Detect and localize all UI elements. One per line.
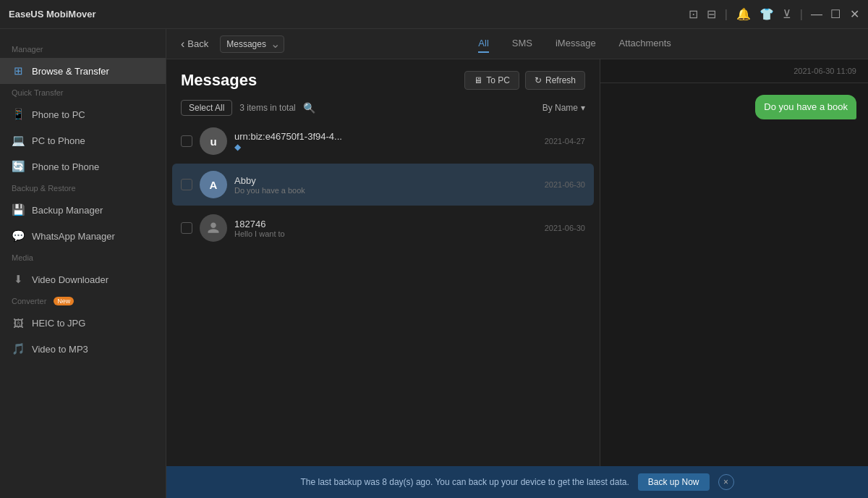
chat-detail-panel: 2021-06-30 11:09 Do you have a book [600,59,868,466]
sidebar-item-backup-manager-label: Backup Manager [32,205,103,216]
messages-area: Messages 🖥 To PC ↻ Refresh Select All [166,59,868,466]
media-section-label: Media [0,249,166,266]
shirt-icon[interactable]: 👕 [760,7,774,21]
notification-icon[interactable]: 🔔 [736,7,751,21]
message-preview: Hello I want to [234,229,537,238]
tab-imessage[interactable]: iMessage [556,35,596,53]
transfer-icon[interactable]: ⊟ [707,7,716,21]
message-content: 182746 Hello I want to [234,219,537,238]
chat-timestamp: 2021-06-30 11:09 [793,67,856,75]
converter-section-label: Converter New [0,292,166,310]
message-date: 2021-04-27 [545,137,585,145]
sidebar-item-video-downloader-label: Video Downloader [32,274,109,285]
message-content: Abby Do you have a book [234,175,537,195]
messages-list-panel: Messages 🖥 To PC ↻ Refresh Select All [166,59,600,466]
pc-to-phone-icon: 💻 [12,134,25,147]
bottom-bar: The last backup was 8 day(s) ago. You ca… [166,466,868,498]
close-button[interactable]: ✕ [849,9,859,20]
toolbar: Select All 3 items in total 🔍 By Name ▾ [166,96,600,120]
list-item[interactable]: u urn:biz:e46750f1-3f94-4... ◆ 2021-04-2… [172,120,594,162]
message-checkbox[interactable] [181,179,192,190]
sidebar-item-phone-to-pc[interactable]: 📱 Phone to PC [0,101,166,127]
chat-bubble-sent: Do you have a book [755,95,856,119]
message-checkbox[interactable] [181,222,192,234]
titlebar-icons: ⊡ ⊟ | 🔔 👕 ⊻ | — ☐ ✕ [689,7,859,21]
message-name: 182746 [234,219,537,229]
converter-new-badge: New [54,297,74,305]
message-name: Abby [234,175,537,186]
sidebar-item-backup-manager[interactable]: 💾 Backup Manager [0,197,166,223]
sort-label: By Name [542,103,578,113]
message-type-select[interactable]: Messages Contacts Photos [220,35,284,53]
app-title: EaseUS MobiMover [9,9,96,20]
sort-chevron-icon: ▾ [581,103,585,113]
video-mp3-icon: 🎵 [12,342,25,355]
device-icon[interactable]: ⊡ [689,7,698,21]
list-item[interactable]: A Abby Do you have a book 2021-06-30 [172,164,594,206]
back-button[interactable]: ‹ Back [181,38,208,51]
sidebar-item-phone-to-pc-label: Phone to PC [32,109,85,120]
sidebar-item-whatsapp-manager[interactable]: 💬 WhatsApp Manager [0,223,166,249]
message-date: 2021-06-30 [545,180,585,189]
bottom-bar-text: The last backup was 8 day(s) ago. You ca… [301,477,629,487]
chat-messages: Do you have a book [600,83,868,466]
tab-all[interactable]: All [478,35,488,53]
close-bar-button[interactable]: × [718,474,734,490]
manager-section-label: Manager [0,41,166,58]
message-type-wrapper[interactable]: Messages Contacts Photos [220,35,284,53]
sidebar-item-heic-to-jpg[interactable]: 🖼 HEIC to JPG [0,310,166,336]
to-pc-button[interactable]: 🖥 To PC [464,71,519,90]
sidebar-item-whatsapp-manager-label: WhatsApp Manager [32,231,115,242]
message-checkbox[interactable] [181,135,192,147]
sidebar-item-heic-label: HEIC to JPG [32,318,85,329]
heic-icon: 🖼 [12,316,25,329]
messages-header: Messages 🖥 To PC ↻ Refresh [166,59,600,96]
sidebar-item-pc-to-phone-label: PC to Phone [32,135,85,146]
backup-manager-icon: 💾 [12,203,25,216]
sort-button[interactable]: By Name ▾ [542,103,585,113]
back-arrow-icon: ‹ [181,38,184,51]
messages-title: Messages [181,71,257,90]
video-downloader-icon: ⬇ [12,273,25,286]
search-button[interactable]: 🔍 [303,102,315,114]
sidebar-item-pc-to-phone[interactable]: 💻 PC to Phone [0,127,166,153]
minimize-button[interactable]: — [812,9,822,20]
sidebar-item-video-downloader[interactable]: ⬇ Video Downloader [0,266,166,292]
message-preview: Do you have a book [234,186,537,195]
topbar: ‹ Back Messages Contacts Photos All SMS … [166,29,868,59]
tabs-bar: All SMS iMessage Attachments [296,35,854,53]
phone-to-phone-icon: 🔄 [12,160,25,173]
browse-transfer-icon: ⊞ [12,64,25,77]
message-name: urn:biz:e46750f1-3f94-4... [234,131,537,142]
sidebar-item-video-to-mp3[interactable]: 🎵 Video to MP3 [0,336,166,362]
tab-attachments[interactable]: Attachments [619,35,671,53]
avatar: u [200,127,227,155]
sidebar-item-video-to-mp3-label: Video to MP3 [32,344,88,355]
to-pc-icon: 🖥 [474,75,482,85]
refresh-icon: ↻ [535,75,542,85]
sidebar-item-phone-to-phone[interactable]: 🔄 Phone to Phone [0,153,166,180]
sidebar-item-browse-transfer-label: Browse & Transfer [32,66,109,77]
quick-transfer-section-label: Quick Transfer [0,84,166,101]
sidebar-item-browse-transfer[interactable]: ⊞ Browse & Transfer [0,58,166,84]
maximize-button[interactable]: ☐ [830,9,841,20]
avatar: A [200,171,227,198]
whatsapp-icon: 💬 [12,229,25,242]
back-label: Back [187,38,208,49]
phone-to-pc-icon: 📱 [12,108,25,121]
backup-now-button[interactable]: Back up Now [638,473,710,491]
message-content: urn:biz:e46750f1-3f94-4... ◆ [234,131,537,152]
main-layout: Manager ⊞ Browse & Transfer Quick Transf… [0,29,868,498]
refresh-button[interactable]: ↻ Refresh [525,71,585,90]
tab-sms[interactable]: SMS [512,35,532,53]
titlebar: EaseUS MobiMover ⊡ ⊟ | 🔔 👕 ⊻ | — ☐ ✕ [0,0,868,29]
export-icon[interactable]: ⊻ [783,7,791,21]
select-all-button[interactable]: Select All [181,100,232,116]
items-total: 3 items in total [239,103,295,113]
message-date: 2021-06-30 [545,224,585,232]
message-preview: ◆ [234,142,537,152]
list-item[interactable]: 182746 Hello I want to 2021-06-30 [172,207,594,249]
header-actions: 🖥 To PC ↻ Refresh [464,71,585,90]
to-pc-label: To PC [486,75,510,85]
message-list: u urn:biz:e46750f1-3f94-4... ◆ 2021-04-2… [166,120,600,466]
